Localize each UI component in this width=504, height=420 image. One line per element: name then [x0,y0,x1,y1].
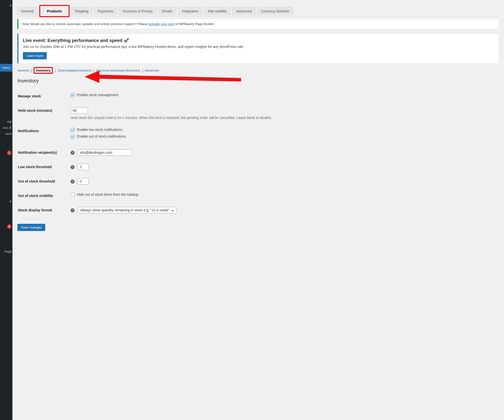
rocket-icon: 🚀 [124,38,129,43]
promo-banner: Live event: Everything performance and s… [17,34,499,64]
subsub-advanced[interactable]: Advanced [145,69,159,72]
low-stock-notif-row[interactable]: Enable low stock notifications [71,128,123,132]
page-title: Inventory [17,78,499,84]
out-stock-notif-row[interactable]: Enable out of stock notifications [71,134,126,138]
low-threshold-input[interactable] [78,164,89,170]
sidebar-subitem-page[interactable]: Page [0,249,12,255]
tab-accounts-privacy[interactable]: Accounts & Privacy [119,7,157,15]
out-stock-notif-text: Enable out of stock notifications [77,134,126,138]
inventory-settings-form: Manage stock Enable stock management Hol… [17,89,499,218]
manage-stock-row[interactable]: Enable stock management [71,93,118,97]
sidebar-item-top[interactable]: s [0,1,12,9]
sidebar-badge[interactable]: 1 [0,149,12,156]
highlight-inventory-subtab: Inventory [34,67,53,74]
sidebar-subitem[interactable]: ing [0,119,12,125]
tab-advanced[interactable]: Advanced [232,7,255,15]
display-format-select[interactable]: Always show quantity remaining in stock … [78,207,177,213]
label-notifications: Notifications [18,124,68,145]
visibility-text: Hide out of stock items from the catalog [77,192,138,196]
label-display-format: Stock display format [18,203,68,217]
help-tip-icon[interactable]: ? [71,165,75,169]
recipient-input[interactable] [78,149,132,156]
sidebar-subitem[interactable]: nes ⇵ [0,125,12,131]
label-hold-stock: Hold stock (minutes) [18,104,68,123]
sidebar-badge[interactable]: 6 [0,223,12,230]
settings-tabs: General Products Shipping Payments Accou… [17,5,499,16]
save-changes-button[interactable]: Save changes [17,224,45,231]
sidebar-item-woocommerce[interactable]: merce [0,64,12,72]
highlight-products-tab: Products [39,5,70,17]
activation-notice: Hola! Would you like to receive automati… [17,19,499,29]
low-stock-notif-checkbox[interactable] [71,128,75,132]
activate-copy-link[interactable]: activate your copy [149,22,175,26]
label-out-threshold: Out of stock threshold [18,174,68,188]
tab-emails[interactable]: Emails [158,7,176,15]
tab-site-visibility[interactable]: Site visibility [204,7,230,15]
notice-text-pre: Hola! Would you like to receive automati… [22,22,149,26]
hold-stock-input[interactable] [71,107,88,114]
visibility-row[interactable]: Hide out of stock items from the catalog [71,192,138,196]
label-low-threshold: Low stock threshold [18,160,68,174]
help-tip-icon[interactable]: ? [71,151,75,155]
subsub-downloadable[interactable]: Downloadable products [58,69,91,72]
tab-general[interactable]: General [17,7,37,15]
out-threshold-input[interactable] [78,178,89,185]
main-content: General Products Shipping Payments Accou… [12,0,504,420]
promo-text: Join us on October 30th at 1 PM UTC for … [23,45,494,49]
visibility-checkbox[interactable] [71,193,75,197]
subsub-general[interactable]: General [17,69,29,72]
admin-sidebar: s merce ing nes ⇵ nent 1 e 6 Page [0,0,12,420]
sub-navigation: General | Inventory | Downloadable produ… [17,67,499,74]
label-recipient: Notification recipient(s) [18,146,68,159]
label-manage-stock: Manage stock [18,89,68,103]
tab-currency-switcher[interactable]: Currency Switcher [257,7,293,15]
help-tip-icon[interactable]: ? [71,208,75,212]
tab-shipping[interactable]: Shipping [71,7,92,15]
notice-text-post: of WPBakery Page Builder. [175,22,214,26]
out-stock-notif-checkbox[interactable] [71,135,75,139]
promo-title: Live event: Everything performance and s… [23,38,494,43]
label-visibility: Out of stock visibility [18,189,68,203]
tab-integration[interactable]: Integration [178,7,202,15]
learn-more-button[interactable]: Learn more [23,52,47,59]
manage-stock-checkbox[interactable] [71,93,75,97]
sidebar-subitem[interactable]: nent [0,131,12,137]
help-tip-icon[interactable]: ? [71,180,75,184]
tab-products[interactable]: Products [43,7,66,15]
sidebar-subitem[interactable]: e [0,198,12,204]
hold-stock-desc: Hold stock (for unpaid orders) for x min… [71,116,496,120]
tab-payments[interactable]: Payments [94,7,117,15]
manage-stock-text: Enable stock management [77,93,118,97]
low-stock-notif-text: Enable low stock notifications [77,128,123,132]
subsub-approved-dirs[interactable]: Approved download directories [96,69,140,72]
subsub-inventory[interactable]: Inventory [36,69,51,72]
